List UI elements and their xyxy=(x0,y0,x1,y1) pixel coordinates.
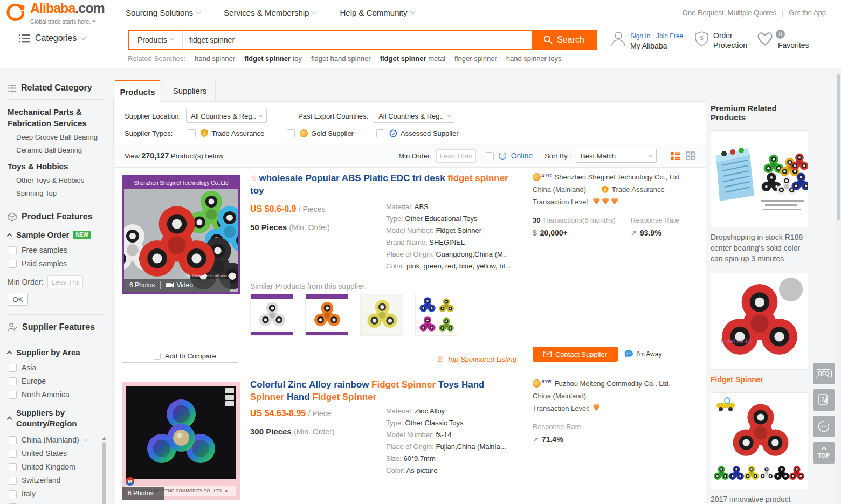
supplier-name-link[interactable]: Fuzhou Meiteng Commodity Co., Ltd. xyxy=(555,379,671,388)
suppliers-by-country-section[interactable]: Suppliers by Country/Region xyxy=(8,408,111,429)
related-search-link[interactable]: hand spinner toys xyxy=(506,54,562,63)
scrollbar-thumb[interactable] xyxy=(837,74,840,220)
similar-product-thumb[interactable] xyxy=(250,294,293,336)
checkbox[interactable] xyxy=(9,364,17,372)
back-to-top-button[interactable]: TOP xyxy=(813,442,835,464)
checkbox[interactable] xyxy=(9,391,17,399)
product-image[interactable]: M FUZHOU MEI TENG COMMODITY CO., LTD. ≡ … xyxy=(122,382,240,500)
supplier-name-link[interactable]: Shenzhen Sheginel Technology Co., Ltd. xyxy=(555,173,681,181)
online-filter-label[interactable]: Online xyxy=(511,151,533,160)
product-title[interactable]: Colorful Zinc Alloy rainbow Fidget Spinn… xyxy=(250,378,515,403)
category-group-title[interactable]: Toys & Hobbies xyxy=(8,161,99,172)
related-search-link[interactable]: fidget spinner metal xyxy=(380,54,445,63)
photos-count[interactable]: 6 Photos xyxy=(129,281,155,289)
tab-suppliers[interactable]: Suppliers xyxy=(164,80,216,102)
filter-free-samples[interactable]: Free samples xyxy=(9,246,111,254)
trade-assurance-label[interactable]: Trade Assurance xyxy=(612,185,665,194)
related-search-link[interactable]: fidget hand spinner xyxy=(311,54,371,63)
live-chat-button[interactable] xyxy=(813,416,835,437)
search-scope-dropdown[interactable]: Products xyxy=(129,31,183,49)
list-view-icon[interactable] xyxy=(671,152,680,160)
sort-select[interactable]: Best Match xyxy=(576,149,657,163)
checkbox[interactable] xyxy=(9,463,17,471)
product-title[interactable]: ♕wholesale Popular ABS Platic EDC tri de… xyxy=(250,172,515,197)
premium-product-caption[interactable]: 2017 innovative product intelligence Ant… xyxy=(711,494,808,504)
filter-country-united-kingdom[interactable]: United Kingdom xyxy=(9,462,110,471)
related-search-link[interactable]: fidget spinner toy xyxy=(244,54,302,63)
checkbox[interactable] xyxy=(9,450,17,458)
alibaba-logo[interactable]: Alibaba.com Global trade starts here.™ xyxy=(4,2,105,28)
grid-view-icon[interactable] xyxy=(686,151,695,160)
premium-product-image[interactable] xyxy=(711,392,808,489)
filter-area-europe[interactable]: Europe xyxy=(9,377,111,385)
supplier-by-area-section[interactable]: Supplier by Area xyxy=(8,348,111,357)
checkbox[interactable] xyxy=(9,377,17,385)
feedback-survey-button[interactable]: ? xyxy=(813,389,835,411)
category-link[interactable]: Spinning Top xyxy=(16,189,111,197)
chat-status[interactable]: I'm Away xyxy=(624,350,661,358)
premium-product-caption[interactable]: Fidget Spinner xyxy=(711,374,808,385)
contact-supplier-button[interactable]: Contact Supplier xyxy=(533,347,618,362)
search-button[interactable]: Search xyxy=(532,31,596,49)
filter-area-north-america[interactable]: North America xyxy=(9,390,111,399)
checkbox[interactable] xyxy=(188,129,196,137)
nav-sourcing-solutions[interactable]: Sourcing Solutions xyxy=(126,8,200,17)
search-input[interactable] xyxy=(183,31,532,49)
category-link[interactable]: Other Toys & Hobbies xyxy=(16,176,111,184)
filter-country-united-states[interactable]: United States xyxy=(9,449,110,458)
checkbox[interactable] xyxy=(376,129,384,137)
scrollbar-thumb[interactable] xyxy=(102,442,106,504)
filter-country-switzerland[interactable]: Switzerland xyxy=(9,476,110,485)
product-image[interactable]: Shenzhen Sheginel Technology Co.,Ltd htt… xyxy=(122,175,240,294)
join-free-link[interactable]: Join Free xyxy=(656,32,683,40)
filter-country-china[interactable]: China (Mainland) xyxy=(9,436,110,444)
nav-services-membership[interactable]: Services & Membership xyxy=(224,8,316,17)
premium-product-image[interactable]: EliteGantor xyxy=(711,273,808,370)
checkbox[interactable] xyxy=(9,246,17,254)
checkbox[interactable] xyxy=(154,353,161,360)
checkbox[interactable] xyxy=(9,260,17,268)
my-alibaba-account[interactable]: Sign In | Join Free My Alibaba xyxy=(611,31,683,51)
premium-product-image[interactable] xyxy=(711,130,808,227)
checkbox[interactable] xyxy=(9,490,17,498)
photos-count[interactable]: 6 Photos xyxy=(128,489,153,497)
related-search-link[interactable]: hand spinner xyxy=(195,54,235,63)
past-export-select[interactable]: All Countries & Reg.. xyxy=(374,109,454,123)
checkbox[interactable] xyxy=(9,436,17,444)
min-order-ok-button[interactable]: OK xyxy=(8,293,28,306)
premium-product-caption[interactable]: Dropshipping in stock R188 center bearin… xyxy=(711,232,808,264)
checkbox[interactable] xyxy=(9,477,17,485)
min-order-input[interactable] xyxy=(47,275,83,288)
similar-product-thumb[interactable] xyxy=(415,294,458,336)
category-link[interactable]: Deep Groove Ball Bearing xyxy=(16,133,111,141)
filter-country-italy[interactable]: Italy xyxy=(9,489,110,498)
supplier-location-select[interactable]: All Countries & Reg.. xyxy=(186,109,267,123)
order-protection[interactable]: $ Order Protection xyxy=(694,31,747,50)
categories-menu[interactable]: Categories xyxy=(19,33,85,43)
add-to-compare-button[interactable]: Add to Compare xyxy=(122,349,238,363)
filter-assessed-supplier[interactable]: Assessed Supplier xyxy=(376,129,459,137)
sample-order-section[interactable]: Sample Order NEW xyxy=(8,230,111,239)
get-the-app-link[interactable]: Get the App xyxy=(789,9,826,17)
related-search-link[interactable]: finger spinner xyxy=(454,54,497,63)
sign-in-link[interactable]: Sign In xyxy=(630,32,650,40)
video-link[interactable]: Video xyxy=(166,281,192,289)
nav-help-community[interactable]: Help & Community xyxy=(340,8,414,17)
filter-paid-samples[interactable]: Paid samples xyxy=(9,259,111,268)
page-scrollbar[interactable] xyxy=(836,69,841,504)
scroll-up-arrow[interactable] xyxy=(102,437,106,440)
tab-products[interactable]: Products xyxy=(115,80,160,102)
min-order-input[interactable] xyxy=(436,149,476,163)
checkbox[interactable] xyxy=(287,129,295,137)
similar-product-thumb[interactable] xyxy=(360,294,403,336)
category-link[interactable]: Ceramic Ball Bearing xyxy=(16,146,111,154)
favorites[interactable]: 0 Favorites xyxy=(756,31,841,50)
filter-gold-supplier[interactable]: Gold Supplier xyxy=(287,129,354,137)
filter-trade-assurance[interactable]: $ Trade Assurance xyxy=(188,129,264,137)
online-checkbox[interactable] xyxy=(486,152,494,160)
country-list-scrollbar[interactable] xyxy=(101,437,107,504)
filter-area-asia[interactable]: Asia xyxy=(9,363,111,372)
similar-product-thumb[interactable] xyxy=(305,294,348,336)
category-group-title[interactable]: Mechanical Parts & Fabrication Services xyxy=(8,106,99,129)
rfq-button[interactable]: RFQ xyxy=(813,363,835,384)
